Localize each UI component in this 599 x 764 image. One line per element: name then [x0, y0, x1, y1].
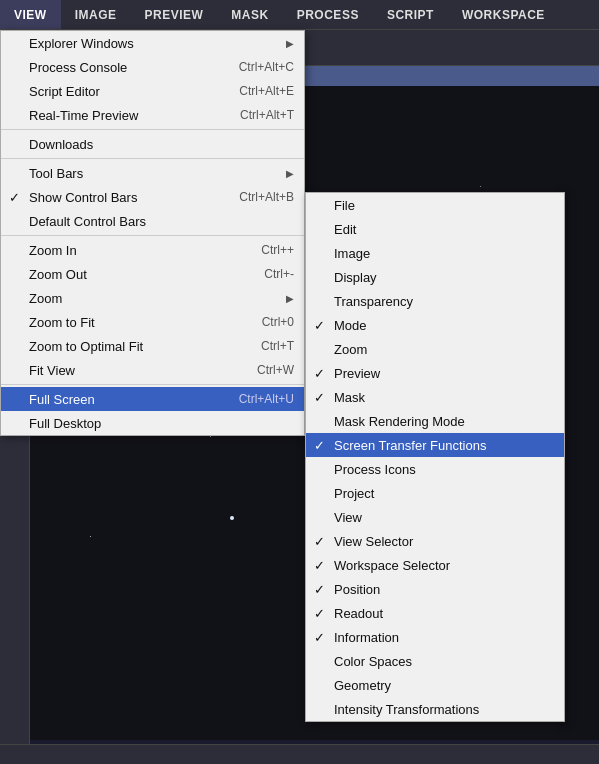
submenu-item-information[interactable]: ✓ Information	[306, 625, 564, 649]
menu-script[interactable]: SCRIPT	[373, 0, 448, 29]
script-editor-label: Script Editor	[29, 84, 100, 99]
project-label: Project	[334, 486, 374, 501]
menu-item-toolbars[interactable]: Tool Bars ▶	[1, 161, 304, 185]
zoom-out-shortcut: Ctrl+-	[244, 267, 294, 281]
submenu-item-mode[interactable]: ✓ Mode	[306, 313, 564, 337]
submenu-item-view-selector[interactable]: ✓ View Selector	[306, 529, 564, 553]
script-editor-shortcut: Ctrl+Alt+E	[219, 84, 294, 98]
status-bar	[0, 744, 599, 764]
submenu-item-workspace-selector[interactable]: ✓ Workspace Selector	[306, 553, 564, 577]
zoom-to-fit-shortcut: Ctrl+0	[242, 315, 294, 329]
submenu-item-intensity-transformations[interactable]: Intensity Transformations	[306, 697, 564, 721]
submenu-item-preview[interactable]: ✓ Preview	[306, 361, 564, 385]
menu-item-process-console[interactable]: Process Console Ctrl+Alt+C	[1, 55, 304, 79]
menu-view[interactable]: VIEW	[0, 0, 61, 29]
submenu-item-edit[interactable]: Edit	[306, 217, 564, 241]
workspace-selector-check: ✓	[314, 558, 325, 573]
full-desktop-label: Full Desktop	[29, 416, 101, 431]
submenu-item-mask-rendering[interactable]: Mask Rendering Mode	[306, 409, 564, 433]
toolbars-arrow: ▶	[286, 168, 294, 179]
fit-view-label: Fit View	[29, 363, 75, 378]
menu-process[interactable]: PROCESS	[283, 0, 373, 29]
submenu-item-process-icons[interactable]: Process Icons	[306, 457, 564, 481]
process-console-label: Process Console	[29, 60, 127, 75]
menu-mask[interactable]: MASK	[217, 0, 282, 29]
submenu-item-transparency[interactable]: Transparency	[306, 289, 564, 313]
toolbars-label: Tool Bars	[29, 166, 83, 181]
submenu-item-file[interactable]: File	[306, 193, 564, 217]
menu-item-realtime-preview[interactable]: Real-Time Preview Ctrl+Alt+T	[1, 103, 304, 127]
stf-label: Screen Transfer Functions	[334, 438, 486, 453]
menu-item-full-desktop[interactable]: Full Desktop	[1, 411, 304, 435]
fit-view-shortcut: Ctrl+W	[237, 363, 294, 377]
submenu-item-view[interactable]: View	[306, 505, 564, 529]
full-screen-shortcut: Ctrl+Alt+U	[219, 392, 294, 406]
menu-item-zoom-in[interactable]: Zoom In Ctrl++	[1, 238, 304, 262]
display-label: Display	[334, 270, 377, 285]
menu-item-fit-view[interactable]: Fit View Ctrl+W	[1, 358, 304, 382]
menu-bar: VIEW IMAGE PREVIEW MASK PROCESS SCRIPT W…	[0, 0, 599, 30]
submenu-item-stf[interactable]: ✓ Screen Transfer Functions	[306, 433, 564, 457]
information-check: ✓	[314, 630, 325, 645]
stf-check: ✓	[314, 438, 325, 453]
menu-item-zoom-to-fit[interactable]: Zoom to Fit Ctrl+0	[1, 310, 304, 334]
menu-item-explorer-windows[interactable]: Explorer Windows ▶	[1, 31, 304, 55]
edit-label: Edit	[334, 222, 356, 237]
menu-sep-1	[1, 129, 304, 130]
intensity-transformations-label: Intensity Transformations	[334, 702, 479, 717]
realtime-preview-label: Real-Time Preview	[29, 108, 138, 123]
menu-image[interactable]: IMAGE	[61, 0, 131, 29]
submenu-item-readout[interactable]: ✓ Readout	[306, 601, 564, 625]
mask-rendering-label: Mask Rendering Mode	[334, 414, 465, 429]
menu-workspace[interactable]: WORKSPACE	[448, 0, 559, 29]
menu-item-downloads[interactable]: Downloads	[1, 132, 304, 156]
zoom-label: Zoom	[29, 291, 62, 306]
readout-check: ✓	[314, 606, 325, 621]
mode-check: ✓	[314, 318, 325, 333]
default-control-bars-label: Default Control Bars	[29, 214, 146, 229]
submenu-item-geometry[interactable]: Geometry	[306, 673, 564, 697]
zoom-to-fit-label: Zoom to Fit	[29, 315, 95, 330]
submenu-item-mask[interactable]: ✓ Mask	[306, 385, 564, 409]
view-dropdown-menu: Explorer Windows ▶ Process Console Ctrl+…	[0, 30, 305, 436]
submenu-item-color-spaces[interactable]: Color Spaces	[306, 649, 564, 673]
menu-sep-4	[1, 384, 304, 385]
menu-item-script-editor[interactable]: Script Editor Ctrl+Alt+E	[1, 79, 304, 103]
menu-item-zoom-optimal[interactable]: Zoom to Optimal Fit Ctrl+T	[1, 334, 304, 358]
realtime-preview-shortcut: Ctrl+Alt+T	[220, 108, 294, 122]
menu-preview[interactable]: PREVIEW	[131, 0, 218, 29]
transparency-label: Transparency	[334, 294, 413, 309]
mask-check: ✓	[314, 390, 325, 405]
toolbars-submenu: File Edit Image Display Transparency ✓ M…	[305, 192, 565, 722]
process-console-shortcut: Ctrl+Alt+C	[219, 60, 294, 74]
geometry-label: Geometry	[334, 678, 391, 693]
workspace-selector-label: Workspace Selector	[334, 558, 450, 573]
full-screen-label: Full Screen	[29, 392, 95, 407]
process-icons-label: Process Icons	[334, 462, 416, 477]
submenu-item-project[interactable]: Project	[306, 481, 564, 505]
menu-item-zoom-out[interactable]: Zoom Out Ctrl+-	[1, 262, 304, 286]
menu-item-zoom[interactable]: Zoom ▶	[1, 286, 304, 310]
explorer-windows-label: Explorer Windows	[29, 36, 134, 51]
submenu-item-position[interactable]: ✓ Position	[306, 577, 564, 601]
preview-check: ✓	[314, 366, 325, 381]
menu-item-full-screen[interactable]: Full Screen Ctrl+Alt+U	[1, 387, 304, 411]
image-label: Image	[334, 246, 370, 261]
view-selector-label: View Selector	[334, 534, 413, 549]
view-tb-label: View	[334, 510, 362, 525]
submenu-item-zoom[interactable]: Zoom	[306, 337, 564, 361]
color-spaces-label: Color Spaces	[334, 654, 412, 669]
submenu-item-image[interactable]: Image	[306, 241, 564, 265]
menu-sep-2	[1, 158, 304, 159]
file-label: File	[334, 198, 355, 213]
menu-item-default-control-bars[interactable]: Default Control Bars	[1, 209, 304, 233]
zoom-tb-label: Zoom	[334, 342, 367, 357]
information-label: Information	[334, 630, 399, 645]
zoom-optimal-label: Zoom to Optimal Fit	[29, 339, 143, 354]
view-selector-check: ✓	[314, 534, 325, 549]
submenu-item-display[interactable]: Display	[306, 265, 564, 289]
menu-item-show-control-bars[interactable]: ✓ Show Control Bars Ctrl+Alt+B	[1, 185, 304, 209]
mode-label: Mode	[334, 318, 367, 333]
downloads-label: Downloads	[29, 137, 93, 152]
show-control-bars-shortcut: Ctrl+Alt+B	[219, 190, 294, 204]
